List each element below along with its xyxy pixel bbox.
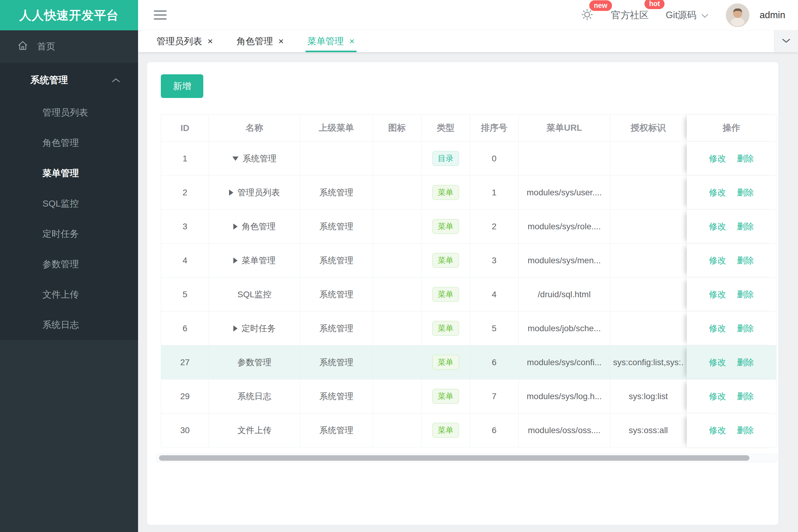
sidebar-group-label: 系统管理 (30, 74, 68, 87)
menu-name-label: 系统管理 (243, 153, 277, 165)
tab-label: 菜单管理 (308, 35, 344, 48)
delete-link[interactable]: 删除 (737, 188, 754, 197)
edit-link[interactable]: 修改 (709, 154, 726, 163)
top-bar: new 官方社区 hot Git源码 (138, 0, 798, 30)
name-cell: 系统日志 (211, 391, 298, 402)
menu-name-label: SQL监控 (237, 289, 271, 300)
delete-link[interactable]: 删除 (737, 358, 754, 367)
hamburger-menu-icon[interactable] (154, 10, 167, 20)
tab-close-icon[interactable]: × (207, 37, 213, 46)
tab-label: 管理员列表 (156, 35, 202, 48)
sidebar-group-system: 系统管理 管理员列表角色管理菜单管理SQL监控定时任务参数管理文件上传系统日志 (0, 63, 138, 340)
sidebar-item-系统日志[interactable]: 系统日志 (0, 310, 138, 340)
tab-管理员列表[interactable]: 管理员列表× (156, 30, 213, 52)
menu-name-label: 文件上传 (238, 425, 272, 436)
cell-actions: 修改删除 (687, 379, 777, 413)
name-cell: 角色管理 (211, 221, 298, 232)
avatar[interactable] (726, 3, 749, 27)
sidebar-group-header[interactable]: 系统管理 (0, 63, 138, 97)
cell-url: modules/sys/men... (519, 244, 610, 278)
edit-link[interactable]: 修改 (709, 290, 726, 299)
gear-icon (580, 17, 594, 22)
expand-arrow-icon[interactable] (233, 325, 238, 331)
cell-id: 6 (161, 311, 209, 345)
table-row: 1系统管理目录0修改删除 (161, 141, 777, 176)
cell-icon (373, 379, 422, 413)
delete-link[interactable]: 删除 (737, 154, 754, 163)
sidebar-item-home[interactable]: 首页 (0, 30, 138, 63)
sidebar-item-管理员列表[interactable]: 管理员列表 (0, 97, 138, 128)
cell-actions: 修改删除 (687, 345, 777, 379)
cell-actions: 修改删除 (687, 210, 777, 244)
table-row: 6定时任务系统管理菜单5modules/job/sche...修改删除 (161, 311, 777, 345)
delete-link[interactable]: 删除 (737, 392, 754, 401)
cell-actions: 修改删除 (687, 413, 777, 448)
expand-arrow-icon[interactable] (229, 190, 233, 196)
cell-perms (610, 244, 687, 278)
type-tag: 菜单 (432, 253, 459, 268)
table-header: ID名称上级菜单图标类型排序号菜单URL授权标识操作 (161, 115, 777, 141)
name-cell: 定时任务 (211, 323, 298, 334)
content-card: 新增 ID名称上级菜单图标类型排序号菜单URL授权标识操作 1系统管理目录0修改… (147, 62, 778, 525)
edit-link[interactable]: 修改 (709, 358, 726, 367)
tab-label: 角色管理 (237, 35, 273, 48)
edit-link[interactable]: 修改 (709, 222, 726, 231)
sidebar-item-菜单管理[interactable]: 菜单管理 (0, 158, 138, 188)
cell-type: 菜单 (422, 278, 470, 311)
username-label[interactable]: admin (760, 10, 785, 21)
sidebar-item-定时任务[interactable]: 定时任务 (0, 219, 138, 249)
menu-name-label: 菜单管理 (242, 255, 276, 266)
delete-link[interactable]: 删除 (737, 222, 754, 231)
tab-角色管理[interactable]: 角色管理× (237, 30, 284, 52)
delete-link[interactable]: 删除 (737, 290, 754, 299)
cell-icon (373, 311, 422, 345)
edit-link[interactable]: 修改 (709, 392, 726, 401)
chevron-down-icon (701, 10, 709, 21)
cell-name: 参数管理 (209, 345, 300, 379)
name-cell: 系统管理 (211, 153, 298, 165)
column-header: ID (161, 115, 209, 141)
sidebar-item-文件上传[interactable]: 文件上传 (0, 279, 138, 310)
tab-bar-tabs: 管理员列表×角色管理×菜单管理× (145, 30, 367, 52)
tab-overflow-button[interactable] (774, 30, 798, 52)
sidebar-item-SQL监控[interactable]: SQL监控 (0, 188, 138, 219)
edit-link[interactable]: 修改 (709, 324, 726, 333)
edit-link[interactable]: 修改 (709, 256, 726, 265)
collapse-arrow-icon[interactable] (233, 156, 239, 161)
cell-icon (373, 278, 422, 311)
sidebar-item-参数管理[interactable]: 参数管理 (0, 249, 138, 279)
horizontal-scrollbar-thumb[interactable] (159, 455, 749, 461)
tab-bar: 管理员列表×角色管理×菜单管理× (138, 30, 798, 52)
app-logo[interactable]: 人人快速开发平台 (0, 0, 138, 30)
cell-sort: 6 (470, 413, 519, 448)
tab-close-icon[interactable]: × (279, 37, 284, 46)
cell-parent-menu: 系统管理 (300, 210, 373, 244)
sidebar-item-角色管理[interactable]: 角色管理 (0, 128, 138, 158)
cell-perms (610, 210, 687, 244)
tab-菜单管理[interactable]: 菜单管理× (308, 30, 355, 52)
edit-link[interactable]: 修改 (709, 425, 726, 435)
add-button[interactable]: 新增 (161, 74, 203, 98)
expand-arrow-icon[interactable] (233, 258, 238, 264)
cell-icon (373, 141, 422, 176)
type-tag: 菜单 (432, 185, 459, 200)
type-tag: 菜单 (432, 423, 459, 438)
tab-close-icon[interactable]: × (349, 37, 355, 46)
cell-id: 5 (161, 278, 209, 311)
delete-link[interactable]: 删除 (737, 425, 754, 435)
edit-link[interactable]: 修改 (709, 188, 726, 197)
delete-link[interactable]: 删除 (737, 324, 754, 333)
name-cell: 菜单管理 (211, 255, 298, 266)
app-root: 人人快速开发平台 首页 系统管理 管理员列表角色管理菜单管理S (0, 0, 798, 532)
cell-url: /druid/sql.html (519, 278, 610, 311)
cell-name: 定时任务 (209, 311, 300, 345)
settings-gear-button[interactable]: new (580, 7, 594, 23)
community-link[interactable]: 官方社区 hot (611, 9, 649, 21)
cell-actions: 修改删除 (687, 278, 777, 311)
cell-url: modules/sys/user.... (519, 176, 610, 210)
expand-arrow-icon[interactable] (233, 224, 238, 230)
column-header: 授权标识 (610, 115, 687, 141)
git-source-dropdown[interactable]: Git源码 (666, 9, 709, 21)
delete-link[interactable]: 删除 (737, 256, 754, 265)
cell-name: 菜单管理 (209, 244, 300, 278)
